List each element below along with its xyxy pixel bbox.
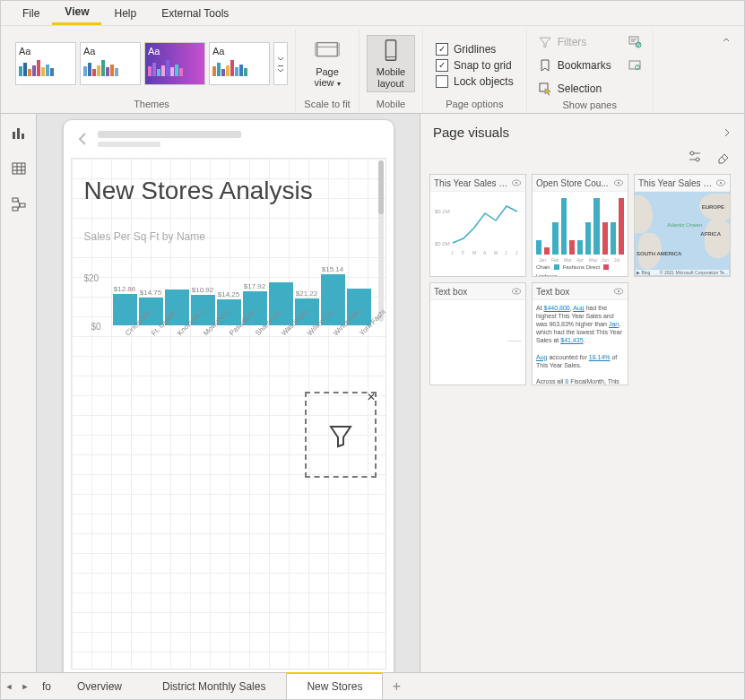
left-nav-rail — [1, 114, 37, 672]
canvas[interactable]: New Stores Analysis Sales Per Sq Ft by N… — [37, 114, 420, 672]
svg-text:$0.0M: $0.0M — [435, 241, 450, 246]
placed-slicer-visual[interactable]: ✕ — [305, 392, 377, 478]
ribbon-label-scale: Scale to fit — [304, 97, 350, 113]
ribbon-group-themes: Aa Aa — [8, 30, 296, 113]
visibility-icon[interactable] — [715, 177, 726, 188]
svg-text:Mar: Mar — [564, 257, 572, 263]
theme-swatch-1[interactable]: Aa — [15, 42, 76, 85]
visibility-icon[interactable] — [511, 177, 522, 188]
tab-new-stores[interactable]: New Stores — [286, 672, 383, 699]
svg-rect-16 — [13, 163, 25, 174]
menu-help[interactable]: Help — [101, 1, 149, 25]
ribbon-label-show-panes: Show panes — [562, 98, 617, 114]
back-icon — [76, 131, 89, 147]
svg-text:Jul: Jul — [614, 257, 619, 263]
pv-card-textbox-blank[interactable]: Text box -------- — [429, 282, 526, 385]
pv-card-map[interactable]: This Year Sales b... EUROPE AFRICA SOUTH… — [634, 174, 731, 277]
settings-sliders-icon[interactable] — [687, 149, 703, 165]
bar-chart[interactable]: $20 $0 $12.86Cincinnati...$14.75Ft. Ogle… — [84, 248, 371, 356]
svg-point-52 — [515, 290, 517, 292]
pane-performance[interactable] — [626, 56, 644, 74]
slicer-icon — [325, 419, 356, 450]
themes-dropdown[interactable] — [273, 42, 288, 85]
y-tick-20: $20 — [84, 273, 100, 283]
sparkline-icon: $0.1M $0.0M JFMAMJJ — [432, 194, 524, 256]
ribbon-group-scale: Page view ▾ Scale to fit — [296, 30, 360, 113]
selection-icon — [538, 82, 552, 96]
remove-visual-button[interactable]: ✕ — [364, 390, 378, 404]
ribbon-group-show-panes: Filters Bookmarks Selection — [527, 30, 654, 113]
phone-canvas[interactable]: New Stores Analysis Sales Per Sq Ft by N… — [71, 158, 386, 670]
svg-text:J: J — [515, 250, 518, 255]
pv-grid: This Year Sales b... $0.1M $0.0M JFMAMJJ… — [420, 174, 744, 385]
pane-filters[interactable]: Filters — [536, 33, 613, 51]
ribbon-label-mobile: Mobile — [377, 97, 405, 113]
tab-overview[interactable]: Overview — [57, 673, 143, 699]
checkbox-gridlines[interactable]: Gridlines — [436, 43, 514, 56]
menu-file[interactable]: File — [10, 1, 52, 25]
nav-data[interactable] — [7, 157, 30, 180]
eraser-icon[interactable] — [715, 149, 732, 165]
pane-bookmarks[interactable]: Bookmarks — [536, 56, 613, 74]
nav-report[interactable] — [7, 121, 30, 144]
pane-selection[interactable]: Selection — [536, 80, 613, 98]
theme-swatch-3[interactable]: Aa — [144, 42, 205, 85]
page-visuals-pane: Page visuals This Year Sales b... $0.1M … — [420, 114, 744, 672]
svg-text:Jun: Jun — [602, 257, 609, 263]
smart-narrative: At $440,800, Aug had the highest This Ye… — [534, 302, 626, 385]
theme-swatch-2[interactable]: Aa — [80, 42, 141, 85]
svg-point-30 — [515, 182, 517, 184]
visibility-icon[interactable] — [511, 286, 522, 297]
svg-rect-21 — [13, 198, 18, 202]
svg-text:M: M — [472, 250, 476, 255]
ribbon-label-page-options: Page options — [446, 97, 503, 113]
pv-card-textbox[interactable]: Text box At $440,800, Aug had the highes… — [532, 282, 628, 385]
svg-point-27 — [696, 158, 699, 161]
svg-rect-22 — [20, 203, 25, 207]
pv-card-line[interactable]: This Year Sales b... $0.1M $0.0M JFMAMJJ — [429, 174, 526, 277]
svg-text:May: May — [589, 257, 598, 263]
svg-text:J: J — [505, 250, 507, 255]
tab-add[interactable]: + — [383, 673, 410, 699]
table-icon — [11, 160, 27, 177]
chevron-right-icon[interactable] — [723, 126, 732, 139]
pv-card-grouped-bar[interactable]: Open Store Cou... JanFebMarAprMayJunJul — [532, 174, 628, 277]
phone-scrollbar[interactable] — [378, 160, 384, 214]
svg-rect-15 — [22, 134, 24, 139]
ribbon: Aa Aa — [1, 26, 744, 114]
ribbon-label-themes: Themes — [134, 97, 169, 113]
svg-text:F: F — [462, 250, 464, 255]
nav-model[interactable] — [7, 193, 30, 216]
svg-rect-14 — [17, 128, 20, 139]
pane-sync-slicers[interactable] — [626, 33, 644, 51]
mobile-icon — [377, 38, 404, 65]
mobile-layout-button[interactable]: Mobile layout — [367, 35, 415, 92]
ribbon-group-mobile: Mobile layout Mobile — [360, 30, 423, 113]
svg-rect-0 — [278, 65, 283, 66]
checkbox-lock[interactable]: Lock objects — [436, 75, 514, 88]
menu-view[interactable]: View — [52, 1, 101, 25]
funnel-icon — [538, 35, 552, 49]
tab-partial[interactable]: fo — [33, 673, 57, 699]
mini-map: EUROPE AFRICA SOUTH AMERICA Atlantic Oce… — [635, 192, 730, 276]
mini-grouped-bars — [534, 194, 626, 256]
report-title: New Stores Analysis — [84, 177, 313, 205]
visibility-icon[interactable] — [613, 286, 624, 297]
y-tick-0: $0 — [91, 322, 101, 332]
svg-text:$0.1M: $0.1M — [435, 209, 450, 214]
tab-next[interactable]: ► — [17, 673, 33, 699]
chart-subtitle: Sales Per Sq Ft by Name — [84, 230, 205, 243]
ribbon-collapse-icon[interactable] — [721, 35, 732, 46]
visibility-icon[interactable] — [613, 177, 624, 188]
tab-district-monthly-sales[interactable]: District Monthly Sales — [143, 673, 286, 699]
svg-rect-23 — [13, 207, 18, 211]
checkbox-snap[interactable]: Snap to grid — [436, 59, 514, 72]
bookmark-icon — [538, 58, 552, 73]
tab-prev[interactable]: ◄ — [1, 673, 17, 699]
page-view-button[interactable]: Page view ▾ — [303, 35, 351, 92]
body: New Stores Analysis Sales Per Sq Ft by N… — [1, 114, 744, 672]
menu-external-tools[interactable]: External Tools — [149, 1, 241, 25]
svg-text:Feb: Feb — [551, 257, 559, 263]
theme-swatch-4[interactable]: Aa — [209, 42, 270, 85]
performance-icon — [628, 58, 642, 73]
